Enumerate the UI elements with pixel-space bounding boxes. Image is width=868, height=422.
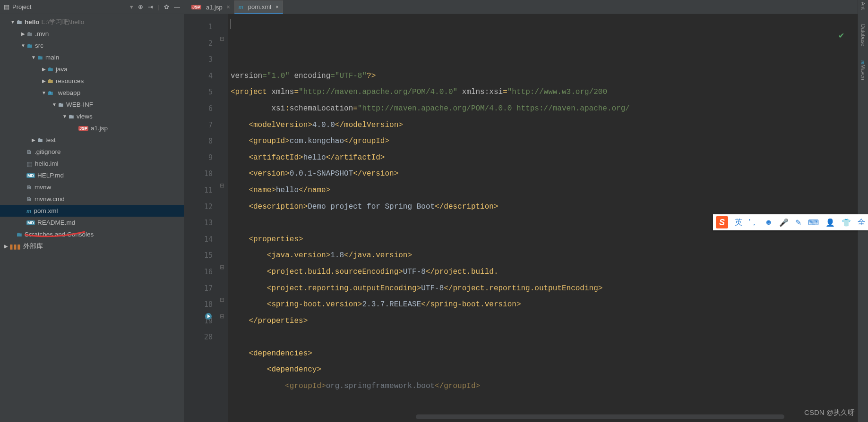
tree-item-mvnw-cmd[interactable]: 🗎mvnw.cmd [0, 193, 184, 205]
ime-logo-icon[interactable]: S [716, 216, 728, 228]
tree-item-webapp[interactable]: ▼🖿●webapp [0, 87, 184, 99]
ime-pen-icon[interactable]: ✎ [795, 218, 801, 227]
ime-punct-icon[interactable]: '， [749, 218, 758, 228]
line-gutter[interactable]: 1234567891011121314151617181920 [184, 14, 217, 422]
tree-item-help-md[interactable]: MDHELP.md [0, 169, 184, 181]
tree-item--gitignore[interactable]: 🗎.gitignore [0, 146, 184, 158]
tree-item-scratches-and-consoles[interactable]: 🖿Scratches and Consoles [0, 228, 184, 240]
sidebar-header: ▤ Project ▾ ⊕ ⇥ | ✿ — [0, 0, 184, 14]
gear-icon[interactable]: ✿ [164, 3, 169, 10]
tree-item-main[interactable]: ▼🖿main [0, 51, 184, 63]
expand-arrow-icon[interactable]: ▼ [41, 90, 47, 95]
rail-ant[interactable]: Ant [860, 2, 866, 10]
tab-pom-xml[interactable]: mpom.xml× [234, 0, 283, 14]
close-icon[interactable]: × [275, 4, 279, 10]
tree-item-web-inf[interactable]: ▼🖿WEB-INF [0, 99, 184, 110]
fold-icon[interactable]: ⊟ [219, 264, 225, 270]
tree-item-pom-xml[interactable]: mpom.xml [0, 205, 184, 217]
horizontal-scrollbar[interactable] [416, 414, 784, 419]
expand-arrow-icon[interactable]: ▼ [51, 102, 58, 107]
tree-item-resources[interactable]: ▶🖿resources [0, 75, 184, 87]
editor-area: JSPa1.jsp×mpom.xml× ✔ 123456789101112131… [184, 0, 858, 422]
project-sidebar: ▤ Project ▾ ⊕ ⇥ | ✿ — ▼🖿helloE:\学习吧\hell… [0, 0, 184, 422]
ime-lang[interactable]: 英 [735, 218, 742, 228]
ime-full[interactable]: 全 [858, 218, 865, 228]
tree-item--mvn[interactable]: ▶🖿.mvn [0, 28, 184, 40]
expand-arrow-icon[interactable]: ▼ [9, 19, 16, 25]
rail-database[interactable]: Database [860, 24, 866, 46]
expand-arrow-icon[interactable]: ▶ [30, 137, 37, 143]
expand-arrow-icon[interactable]: ▶ [41, 67, 47, 72]
expand-arrow-icon[interactable]: ▼ [30, 55, 37, 60]
fold-icon[interactable]: ⊟ [219, 35, 225, 42]
ime-skin-icon[interactable]: 👕 [842, 218, 851, 227]
tree-item----[interactable]: ▶▮▮▮外部库 [0, 240, 184, 252]
ime-emoji-icon[interactable]: ☻ [765, 218, 773, 227]
expand-arrow-icon[interactable]: ▶ [41, 78, 47, 84]
tree-item-test[interactable]: ▶🖿test [0, 134, 184, 146]
text-caret [231, 19, 231, 29]
tab-a1-jsp[interactable]: JSPa1.jsp× [187, 0, 234, 14]
ime-voice-icon[interactable]: 🎤 [779, 218, 789, 227]
fold-icon[interactable]: ⊟ [219, 296, 225, 303]
run-config-icon[interactable] [204, 312, 213, 321]
chevron-down-icon[interactable]: ▾ [130, 3, 133, 10]
tree-item-readme-md[interactable]: MDREADME.md [0, 217, 184, 228]
tree-item-hello[interactable]: ▼🖿helloE:\学习吧\hello [0, 16, 184, 28]
locate-icon[interactable]: ⊕ [138, 3, 143, 10]
hide-icon[interactable]: — [174, 3, 180, 10]
tree-item-views[interactable]: ▼🖿views [0, 110, 184, 122]
tree-item-mvnw[interactable]: 🗎mvnw [0, 181, 184, 193]
tree-item-src[interactable]: ▼🖿src [0, 40, 184, 51]
ime-user-icon[interactable]: 👤 [825, 218, 835, 227]
fold-icon[interactable]: ⊟ [219, 313, 225, 320]
tree-item-hello-iml[interactable]: ▦hello.iml [0, 158, 184, 169]
editor-tabs: JSPa1.jsp×mpom.xml× [184, 0, 858, 14]
ime-toolbar[interactable]: S 英 '， ☻ 🎤 ✎ ⌨ 👤 👕 全 [713, 214, 868, 230]
rail-maven[interactable]: mMaven [860, 60, 866, 80]
sidebar-title[interactable]: Project [12, 3, 128, 10]
ime-keyboard-icon[interactable]: ⌨ [808, 218, 819, 227]
collapse-icon[interactable]: ⇥ [148, 3, 153, 10]
expand-arrow-icon[interactable]: ▼ [20, 43, 26, 48]
fold-icon[interactable]: ⊟ [219, 182, 225, 189]
fold-column[interactable]: ⊟⊟⊟⊟⊟ [217, 14, 228, 422]
project-tree[interactable]: ▼🖿helloE:\学习吧\hello▶🖿.mvn▼🖿src▼🖿main▶🖿ja… [0, 14, 184, 422]
inspection-ok-icon[interactable]: ✔ [838, 31, 844, 40]
tree-item-java[interactable]: ▶🖿java [0, 63, 184, 75]
divider: | [158, 3, 159, 10]
expand-arrow-icon[interactable]: ▼ [61, 114, 68, 119]
tree-item-a1-jsp[interactable]: JSPa1.jsp [0, 122, 184, 134]
expand-arrow-icon[interactable]: ▶ [3, 244, 9, 249]
project-icon: ▤ [4, 3, 9, 10]
watermark: CSDN @执久呀 [804, 408, 855, 417]
right-tool-rail: Ant Database mMaven [858, 0, 868, 422]
expand-arrow-icon[interactable]: ▶ [20, 31, 26, 36]
close-icon[interactable]: × [227, 4, 230, 10]
